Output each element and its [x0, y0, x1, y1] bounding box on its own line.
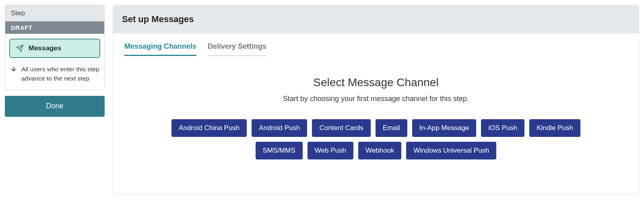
step-card: Step DRAFT Messages All users who enter …: [5, 5, 105, 90]
tab-messaging-channels[interactable]: Messaging Channels: [124, 42, 196, 56]
main-body: Messaging Channels Delivery Settings Sel…: [113, 33, 639, 194]
main-panel: Set up Messages Messaging Channels Deliv…: [113, 5, 639, 194]
step-messages-item[interactable]: Messages: [9, 39, 100, 58]
channel-kindle-push-button[interactable]: Kindle Push: [529, 119, 580, 137]
channel-webhook-button[interactable]: Webhook: [358, 142, 402, 159]
channel-email-button[interactable]: Email: [376, 119, 407, 137]
channel-in-app-message-button[interactable]: In-App Message: [412, 119, 477, 137]
channel-windows-universal-push-button[interactable]: Windows Universal Push: [406, 142, 496, 159]
select-channel-subtext: Start by choosing your first message cha…: [124, 95, 627, 103]
channel-android-china-push-button[interactable]: Android China Push: [171, 119, 247, 137]
tabs: Messaging Channels Delivery Settings: [124, 42, 627, 56]
paper-plane-icon: [16, 44, 24, 52]
app-wrapper: Step DRAFT Messages All users who enter …: [0, 0, 644, 211]
tab-delivery-settings[interactable]: Delivery Settings: [208, 42, 266, 56]
main-header: Set up Messages: [113, 5, 639, 33]
page-title: Set up Messages: [122, 14, 630, 25]
advance-description: All users who enter this step advance to…: [5, 63, 104, 90]
step-header-label: Step: [5, 5, 104, 21]
channel-android-push-button[interactable]: Android Push: [252, 119, 307, 137]
channel-selector: Select Message Channel Start by choosing…: [124, 76, 627, 159]
step-name-label: Messages: [29, 44, 61, 52]
channel-sms-mms-button[interactable]: SMS/MMS: [256, 142, 303, 159]
advance-text: All users who enter this step advance to…: [21, 64, 99, 83]
channel-web-push-button[interactable]: Web Push: [308, 142, 353, 159]
sidebar: Step DRAFT Messages All users who enter …: [5, 5, 105, 206]
channel-content-cards-button[interactable]: Content Cards: [312, 119, 371, 137]
channel-ios-push-button[interactable]: iOS Push: [481, 119, 524, 137]
channel-buttons-container: Android China Push Android Push Content …: [159, 119, 593, 159]
select-channel-heading: Select Message Channel: [124, 76, 627, 89]
arrow-down-icon: [10, 65, 17, 83]
status-badge: DRAFT: [5, 21, 104, 34]
done-button[interactable]: Done: [5, 96, 105, 117]
